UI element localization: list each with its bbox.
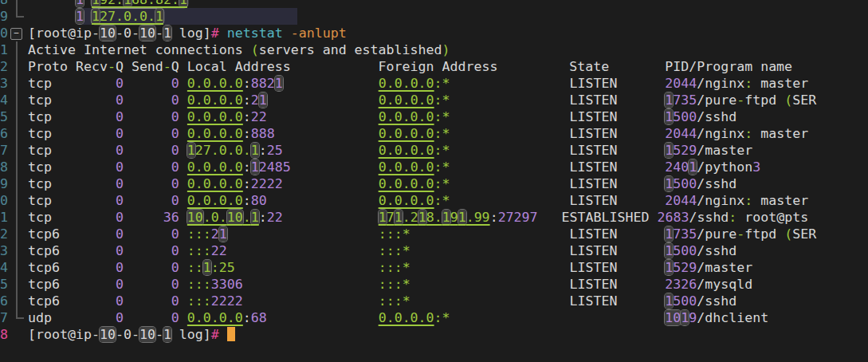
digit-highlight-badge: 1 — [665, 92, 673, 108]
line-number: 35 — [0, 108, 8, 125]
terminal-token: SER — [792, 226, 816, 242]
terminal-token: :* — [434, 310, 450, 325]
terminal-line-text: tcp6 0 0 :::3306 :::* LISTEN 2326/mysqld — [28, 276, 752, 293]
terminal-token — [267, 92, 379, 108]
line-number: 40 — [0, 192, 8, 209]
terminal-token — [124, 92, 171, 108]
terminal-token: 0 — [116, 226, 124, 242]
terminal-token: LISTEN — [410, 260, 666, 275]
terminal-token: netstat — [227, 26, 283, 41]
terminal-token — [124, 76, 171, 91]
terminal-token — [124, 260, 171, 275]
terminal-token: 1500 — [665, 109, 697, 124]
terminal-line-text: tcp 0 0 0.0.0.0:8821 0.0.0.0:* LISTEN 20… — [28, 75, 808, 92]
terminal-token: :* — [434, 76, 450, 91]
digit-highlight-badge: 1 — [259, 92, 267, 108]
terminal-token: 0.0.0.0 — [379, 92, 434, 108]
fold-guide-line — [16, 192, 18, 209]
digit-highlight-badge: 10 — [139, 26, 155, 41]
terminal-line-text: tcp6 0 0 :::21 :::* LISTEN 1735/pure-ftp… — [28, 226, 816, 242]
digit-highlight-badge: 1 — [251, 159, 259, 175]
terminal-token: 3306 — [211, 277, 243, 292]
terminal-token — [291, 159, 379, 175]
fold-guide-line — [16, 125, 18, 142]
terminal-token — [179, 243, 187, 258]
terminal-token: 12485 — [251, 159, 291, 175]
terminal-token: /sshd — [697, 243, 736, 258]
line-number: 39 — [0, 175, 8, 192]
terminal-token — [179, 76, 187, 91]
line-number: 47 — [0, 309, 8, 326]
terminal-token: tcp — [28, 109, 116, 124]
terminal-token — [179, 293, 187, 309]
terminal-token: 0 — [171, 226, 179, 242]
terminal-line: 47udp 0 0 0.0.0.0:68 0.0.0.0:* 1019/dhcl… — [0, 309, 868, 326]
terminal-token: 0 — [116, 159, 124, 175]
terminal-token: 1 — [76, 9, 84, 24]
terminal-token — [124, 226, 171, 242]
terminal-token: 127.0.0.1 — [187, 143, 259, 158]
terminal-line-text: tcp 0 0 0.0.0.0:12485 0.0.0.0:* LISTEN 2… — [28, 159, 760, 175]
terminal-line: 34tcp 0 0 0.0.0.0:21 0.0.0.0:* LISTEN 17… — [0, 92, 868, 108]
terminal-cursor[interactable] — [227, 327, 235, 341]
terminal-token: 68 — [251, 310, 267, 325]
terminal-token: :::* — [379, 226, 410, 242]
digit-highlight-badge: 1 — [665, 260, 673, 275]
terminal-token — [235, 260, 379, 275]
fold-toggle-icon[interactable]: − — [10, 28, 22, 40]
digit-highlight-badge: 1 — [76, 9, 84, 24]
terminal-token: master — [752, 126, 808, 141]
terminal-token: /sshd — [689, 210, 729, 225]
digit-highlight-badge: 1 — [665, 143, 673, 158]
fold-guide-line — [16, 75, 18, 92]
terminal-line-text: tcp6 0 0 :::22 :::* LISTEN 1500/sshd — [28, 242, 736, 259]
terminal-token — [283, 143, 379, 158]
fold-guide-line — [16, 0, 18, 8]
terminal-token: - — [163, 59, 171, 74]
terminal-token: ftpd — [744, 226, 784, 242]
highlighted-ip-token: 192.168.82.1 — [92, 0, 187, 7]
terminal-token: :* — [434, 92, 450, 108]
terminal-token: :* — [434, 159, 450, 175]
terminal-line: 41tcp 0 36 10.0.10.1:22 171.218.191.99:2… — [0, 209, 868, 226]
digit-highlight-badge: 1 — [155, 9, 163, 24]
terminal-token: 36 — [163, 210, 179, 225]
terminal-line: 30−[root@ip-10-0-10-1 log]# netstat -anl… — [0, 25, 868, 41]
terminal-token: # — [211, 327, 219, 342]
terminal-token: 0 — [171, 109, 179, 124]
line-number: 41 — [0, 209, 8, 226]
terminal-token: LISTEN — [450, 109, 666, 124]
terminal-token: /pure — [697, 226, 736, 242]
terminal-token: 0.0.0.0 — [187, 76, 243, 91]
terminal-line: 36tcp 0 0 0.0.0.0:888 0.0.0.0:* LISTEN 2… — [0, 125, 868, 142]
terminal-token: tcp — [28, 193, 116, 208]
terminal-token — [179, 92, 187, 108]
terminal-token: 0 — [171, 277, 179, 292]
terminal-token — [267, 310, 379, 325]
digit-highlight-badge: 1 — [163, 26, 171, 41]
line-number: 46 — [0, 293, 8, 309]
digit-highlight-badge: 1 — [665, 226, 673, 242]
line-number: 37 — [0, 142, 8, 159]
terminal-token: ::: — [187, 243, 211, 258]
digit-highlight-badge: 1 — [203, 260, 211, 275]
terminal-token: 22 — [251, 109, 267, 124]
line-number: 45 — [0, 276, 8, 293]
terminal-token — [124, 109, 171, 124]
line-number: 32 — [0, 58, 8, 75]
terminal-line: 35tcp 0 0 0.0.0.0:22 0.0.0.0:* LISTEN 15… — [0, 108, 868, 125]
terminal-token: 0 — [116, 277, 124, 292]
terminal-token — [124, 143, 171, 158]
terminal-token: Proto Recv — [28, 59, 108, 74]
terminal-token: tcp — [28, 210, 116, 225]
terminal-token: tcp — [28, 126, 116, 141]
terminal-line-text: tcp 0 0 0.0.0.0:80 0.0.0.0:* LISTEN 2044… — [28, 192, 808, 209]
terminal-token: 0 — [171, 260, 179, 275]
digit-highlight-badge: 1 — [665, 293, 673, 309]
fold-guide-line — [16, 259, 18, 276]
digit-highlight-badge: 1 — [251, 143, 259, 158]
terminal-token: 22 — [211, 243, 227, 258]
digit-highlight-badge: 1 — [418, 210, 426, 225]
terminal-token: udp — [28, 310, 116, 325]
terminal-token: 2044 — [665, 193, 697, 208]
